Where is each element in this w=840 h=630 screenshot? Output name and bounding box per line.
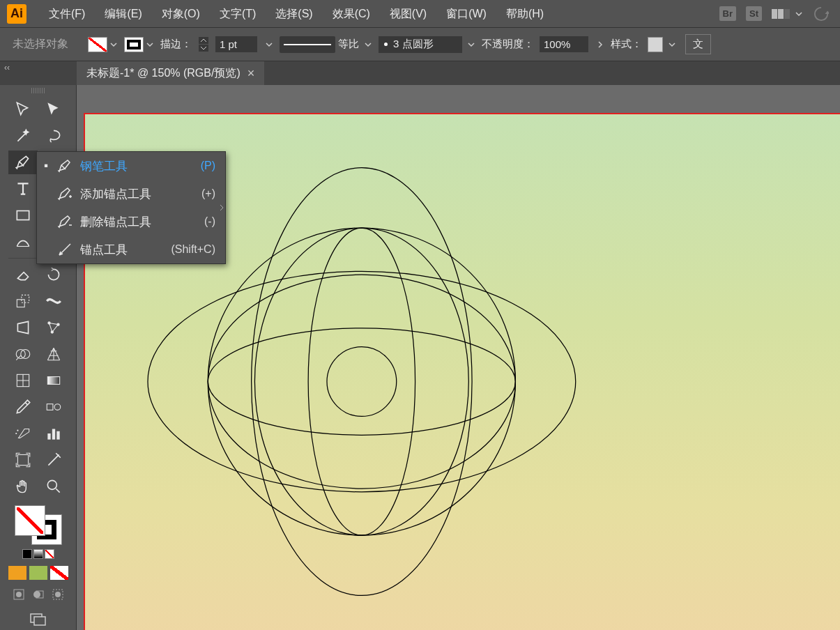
menubar: Ai 文件(F) 编辑(E) 对象(O) 文字(T) 选择(S) 效果(C) 视… <box>0 0 840 28</box>
chevron-down-icon[interactable] <box>264 37 274 52</box>
dash-label: 3 点圆形 <box>393 38 434 51</box>
draw-inside-icon[interactable] <box>49 587 66 602</box>
stock-badge[interactable]: St <box>746 6 762 21</box>
gradient-fill-icon[interactable] <box>33 549 43 559</box>
width-tool[interactable] <box>39 289 68 313</box>
brush-definition[interactable]: 3 点圆形 <box>379 36 476 53</box>
workspace-icon <box>772 9 790 19</box>
menu-view[interactable]: 视图(V) <box>380 0 436 28</box>
menu-file[interactable]: 文件(F) <box>39 0 95 28</box>
swatch-orange[interactable] <box>8 566 26 580</box>
zoom-tool[interactable] <box>39 475 68 498</box>
none-fill-icon[interactable] <box>45 549 54 559</box>
graphic-style-picker[interactable] <box>648 37 677 52</box>
more-options-button[interactable]: 文 <box>685 34 711 54</box>
style-label[interactable]: 样式： <box>611 38 642 51</box>
bridge-badge[interactable]: Br <box>719 6 736 21</box>
pen-plus-icon <box>56 185 73 202</box>
selection-status: 未选择对象 <box>7 37 82 52</box>
draw-behind-icon[interactable] <box>30 587 47 602</box>
active-marker-icon: ▪ <box>43 159 49 173</box>
flyout-add-anchor-tool[interactable]: 添加锚点工具 (+) <box>37 180 225 208</box>
dot-icon <box>384 43 388 46</box>
puppet-warp-tool[interactable] <box>39 316 68 339</box>
stroke-weight-stepper[interactable] <box>199 37 208 52</box>
svg-rect-10 <box>47 376 59 384</box>
brush-profile[interactable]: 等比 <box>280 36 373 53</box>
svg-point-31 <box>208 328 515 435</box>
menu-select[interactable]: 选择(S) <box>266 0 322 28</box>
control-bar: 未选择对象 描边： 等比 3 点圆形 不透明度： 样式： 文 <box>0 28 840 61</box>
perspective-grid-tool[interactable] <box>39 342 68 366</box>
svg-rect-17 <box>56 431 59 440</box>
svg-point-13 <box>17 429 18 431</box>
svg-point-33 <box>308 228 415 535</box>
flyout-pen-tool[interactable]: ▪ 钢笔工具 (P) <box>37 152 225 180</box>
hand-tool[interactable] <box>8 475 38 498</box>
menu-type[interactable]: 文字(T) <box>210 0 266 28</box>
artboard-tool[interactable] <box>8 448 38 472</box>
stroke-label[interactable]: 描边： <box>160 38 192 51</box>
svg-rect-1 <box>17 210 29 220</box>
shaper-tool[interactable] <box>8 230 38 254</box>
pen-tool[interactable] <box>8 151 38 174</box>
panel-collapse-toggle[interactable]: ‹‹ <box>0 61 77 85</box>
direct-selection-tool[interactable] <box>39 98 68 121</box>
main-area: ▪ 钢笔工具 (P) 添加锚点工具 (+) 删除锚点工具 (-) 锚点工具 (S… <box>0 85 840 630</box>
shape-builder-tool[interactable] <box>8 342 38 366</box>
menu-help[interactable]: 帮助(H) <box>496 0 553 28</box>
stroke-weight-input[interactable] <box>215 36 257 52</box>
menu-object[interactable]: 对象(O) <box>152 0 210 28</box>
mesh-tool[interactable] <box>8 369 38 392</box>
magic-wand-tool[interactable] <box>8 124 38 148</box>
eyedropper-tool[interactable] <box>8 395 38 419</box>
svg-point-35 <box>327 347 397 417</box>
close-icon[interactable]: × <box>247 66 255 81</box>
free-transform-tool[interactable] <box>8 316 38 339</box>
swatch-green[interactable] <box>29 566 47 580</box>
svg-rect-18 <box>17 454 28 465</box>
menu-edit[interactable]: 编辑(E) <box>95 0 151 28</box>
fill-swatch-ctrl[interactable] <box>88 37 119 52</box>
eraser-tool[interactable] <box>8 263 38 286</box>
swatch-none[interactable] <box>50 566 68 580</box>
workspace-switcher[interactable] <box>772 6 804 22</box>
menu-effect[interactable]: 效果(C) <box>323 0 380 28</box>
flyout-delete-anchor-tool[interactable]: 删除锚点工具 (-) <box>37 208 225 236</box>
menu-window[interactable]: 窗口(W) <box>436 0 496 28</box>
lasso-tool[interactable] <box>39 124 68 148</box>
chevron-right-icon[interactable] <box>595 37 605 52</box>
column-graph-tool[interactable] <box>39 422 68 445</box>
solid-fill-icon[interactable] <box>22 549 32 559</box>
fill-swatch[interactable] <box>15 505 45 536</box>
toolbox-grip[interactable] <box>21 88 56 93</box>
opacity-label[interactable]: 不透明度： <box>482 38 534 51</box>
rectangle-tool[interactable] <box>8 203 38 227</box>
symbol-sprayer-tool[interactable] <box>8 422 38 445</box>
stroke-black-icon <box>124 37 144 52</box>
stroke-swatch-ctrl[interactable] <box>124 37 155 52</box>
scale-tool[interactable] <box>8 289 38 313</box>
slice-tool[interactable] <box>39 448 68 472</box>
svg-rect-11 <box>47 404 53 410</box>
svg-point-34 <box>254 228 468 535</box>
type-tool[interactable] <box>8 177 38 201</box>
blend-tool[interactable] <box>39 395 68 419</box>
fill-stroke-box[interactable] <box>15 505 62 545</box>
screen-mode-button[interactable] <box>29 612 48 630</box>
draw-normal-icon[interactable] <box>10 587 27 602</box>
svg-point-12 <box>54 404 61 410</box>
document-tab[interactable]: 未标题-1* @ 150% (RGB/预览) × <box>77 61 264 85</box>
gradient-tool[interactable] <box>39 369 68 392</box>
flyout-tearoff-icon[interactable] <box>218 194 225 222</box>
sync-icon[interactable] <box>814 6 829 22</box>
selection-tool[interactable] <box>8 98 38 121</box>
rotate-tool[interactable] <box>39 263 68 286</box>
flyout-label: 钢笔工具 <box>80 158 194 174</box>
flyout-anchor-point-tool[interactable]: 锚点工具 (Shift+C) <box>37 236 225 263</box>
anchor-convert-icon <box>56 241 73 258</box>
tab-bar: ‹‹ 未标题-1* @ 150% (RGB/预览) × <box>0 61 840 85</box>
opacity-input[interactable] <box>540 36 588 52</box>
svg-rect-16 <box>52 429 54 439</box>
svg-point-29 <box>148 271 576 491</box>
